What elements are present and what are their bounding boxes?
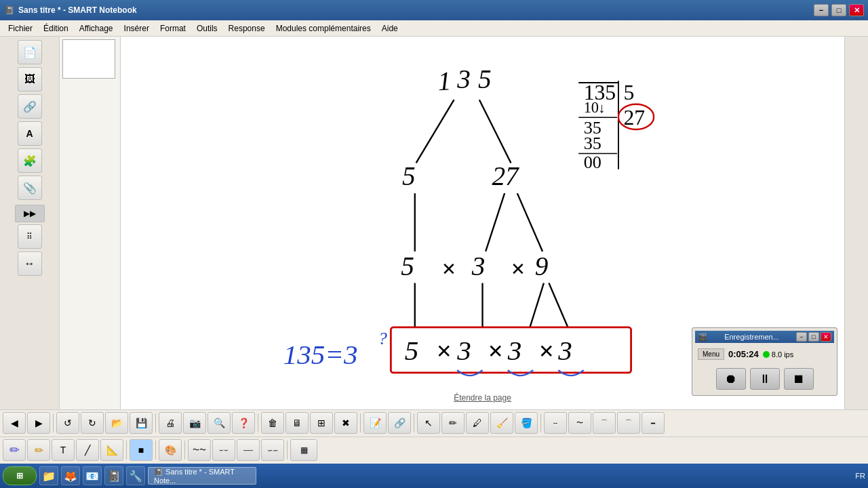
tb-cam-button[interactable]: 📷 (183, 412, 206, 434)
tb-save-button[interactable]: 💾 (130, 412, 153, 434)
tb-line4[interactable]: ⌒ (617, 412, 640, 434)
tb-line1[interactable]: ╌ (544, 412, 567, 434)
tb-back-button[interactable]: ◀ (3, 412, 26, 434)
rec-minimize[interactable]: − (796, 332, 807, 342)
right-panel (844, 37, 868, 409)
tb2-dash1[interactable]: 〜〜 (188, 439, 211, 461)
tb2-dash2[interactable]: ⌣⌣ (212, 439, 235, 461)
menu-outils[interactable]: Outils (191, 22, 223, 35)
rec-close[interactable]: ✕ (821, 332, 831, 342)
taskbar-icon-firefox[interactable]: 🦊 (61, 466, 80, 485)
tb-link-button[interactable]: 🔗 (388, 412, 411, 434)
extend-page-button[interactable]: Étendre la page (454, 393, 511, 403)
tb-forward-button[interactable]: ▶ (27, 412, 50, 434)
svg-text:35: 35 (584, 134, 601, 153)
close-button[interactable]: ✕ (849, 4, 864, 16)
page-thumbnail[interactable] (62, 39, 115, 79)
recording-fps: 8.0 ips (772, 350, 793, 359)
sep3 (258, 413, 258, 432)
menu-aide[interactable]: Aide (376, 22, 403, 35)
tb-line2[interactable]: 〜 (568, 412, 591, 434)
toolbar-row1: ◀ ▶ ↺ ↻ 📂 💾 🖨 📷 🔍 ❓ 🗑 🖥 ⊞ ✖ 📝 🔗 ↖ ✏ 🖊 🧹 … (0, 410, 868, 437)
tb-help-button[interactable]: ❓ (232, 412, 255, 434)
tb-redo-button[interactable]: ↻ (81, 412, 104, 434)
taskbar-locale: FR (855, 472, 865, 480)
svg-text:3: 3 (456, 64, 471, 94)
minimize-button[interactable]: − (814, 4, 829, 16)
sidebar-icon-text[interactable]: A (18, 121, 42, 146)
tb-close2-button[interactable]: ✖ (334, 412, 357, 434)
tb2-colors[interactable]: 🎨 (159, 439, 182, 461)
tb-select-tool[interactable]: ↖ (417, 412, 440, 434)
rec-stop-button[interactable]: ⏹ (784, 368, 814, 390)
titlebar-left: 📓 Sans titre * - SMART Notebook (4, 5, 137, 15)
rec-record-button[interactable]: ⏺ (716, 368, 746, 390)
sidebar-icon-clip[interactable]: 📎 (18, 176, 42, 200)
taskbar-active-window[interactable]: 📓 Sans titre * - SMART Note... (148, 467, 256, 485)
svg-text:✕: ✕ (441, 260, 456, 279)
tb-pen-tool[interactable]: ✏ (441, 412, 465, 434)
tb-open-button[interactable]: 📂 (105, 412, 128, 434)
tb2-dash4[interactable]: ∽∽ (261, 439, 284, 461)
tb-note-button[interactable]: 📝 (363, 412, 387, 434)
svg-text:27: 27 (623, 106, 645, 130)
tb-line3[interactable]: ⌒ (593, 412, 616, 434)
taskbar-icon-outlook[interactable]: 📧 (83, 466, 102, 485)
recording-menu[interactable]: Menu (698, 348, 724, 360)
menu-response[interactable]: Response (223, 22, 271, 35)
sep8 (155, 441, 156, 460)
svg-text:✕: ✕ (511, 260, 526, 279)
recording-controls: Menu 0:05:24 8.0 ips (695, 346, 834, 363)
sep5 (414, 413, 414, 432)
svg-text:3: 3 (471, 251, 486, 281)
svg-line-18 (549, 283, 568, 327)
tb2-pen2[interactable]: ✏ (27, 439, 50, 461)
tb2-pen1[interactable]: ✏ (3, 439, 26, 461)
app-icon: 📓 (4, 5, 14, 15)
tb2-text[interactable]: T (52, 439, 75, 461)
maximize-button[interactable]: □ (831, 4, 846, 16)
svg-text:5: 5 (401, 251, 414, 281)
tb2-ruler[interactable]: 📐 (100, 439, 123, 461)
tb-delete-button[interactable]: 🗑 (261, 412, 284, 434)
titlebar-right: − □ ✕ (814, 4, 864, 16)
tb-fill-tool[interactable]: 🪣 (515, 412, 538, 434)
sidebar-icon-grid[interactable]: ⠿ (18, 224, 42, 249)
main-layout: 📄 🖼 🔗 A 🧩 📎 ▶▶ ⠿ ↔ 1 3 5 5 (0, 37, 868, 409)
tb-table-button[interactable]: ⊞ (310, 412, 333, 434)
tb2-fill[interactable]: ■ (130, 439, 153, 461)
tb-search-button[interactable]: 🔍 (208, 412, 231, 434)
sidebar-icon-page[interactable]: 📄 (18, 40, 42, 64)
tb2-dash3[interactable]: ── (237, 439, 260, 461)
start-button[interactable]: ⊞ (3, 466, 37, 485)
tb-eraser-tool[interactable]: 🧹 (490, 412, 513, 434)
svg-text:✕: ✕ (436, 341, 452, 362)
sidebar-icon-attach[interactable]: 🔗 (18, 94, 42, 119)
rec-pause-button[interactable]: ⏸ (750, 368, 780, 390)
tb-print-button[interactable]: 🖨 (159, 412, 182, 434)
tb2-line[interactable]: ╱ (76, 439, 99, 461)
menu-format[interactable]: Format (155, 22, 191, 35)
sidebar-icon-arrow[interactable]: ↔ (18, 251, 42, 276)
menu-fichier[interactable]: Fichier (3, 22, 38, 35)
taskbar-icon-explorer[interactable]: 📁 (39, 466, 58, 485)
tb-marker-tool[interactable]: 🖊 (466, 412, 489, 434)
menu-affichage[interactable]: Affichage (74, 22, 119, 35)
sidebar-icon-addon[interactable]: 🧩 (18, 148, 42, 173)
tb-undo-button[interactable]: ↺ (56, 412, 79, 434)
sidebar-toggle[interactable]: ▶▶ (15, 205, 45, 222)
recording-title: Enregistremen... (724, 333, 779, 341)
tb-line5[interactable]: ━ (642, 412, 665, 434)
sidebar-icon-gallery[interactable]: 🖼 (18, 67, 42, 92)
menu-modules[interactable]: Modules complémentaires (271, 22, 376, 35)
menu-edition[interactable]: Édition (38, 22, 74, 35)
taskbar-icon-app5[interactable]: 🔧 (126, 466, 145, 485)
taskbar-icon-smart[interactable]: 📓 (104, 466, 123, 485)
tb2-more[interactable]: ▦ (290, 439, 317, 461)
svg-text:27: 27 (492, 161, 519, 190)
menu-inserer[interactable]: Insérer (119, 22, 155, 35)
tb-screen-button[interactable]: 🖥 (285, 412, 309, 434)
rec-maximize[interactable]: □ (808, 332, 819, 342)
svg-text:5: 5 (478, 64, 492, 94)
bottom-toolbar: ◀ ▶ ↺ ↻ 📂 💾 🖨 📷 🔍 ❓ 🗑 🖥 ⊞ ✖ 📝 🔗 ↖ ✏ 🖊 🧹 … (0, 409, 868, 464)
